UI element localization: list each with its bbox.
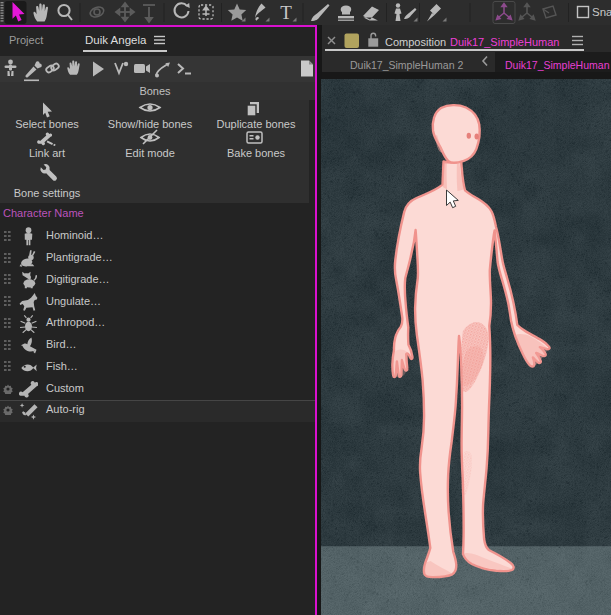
svg-text:T: T bbox=[280, 2, 292, 23]
svg-text:Snapping: Snapping bbox=[592, 6, 611, 18]
